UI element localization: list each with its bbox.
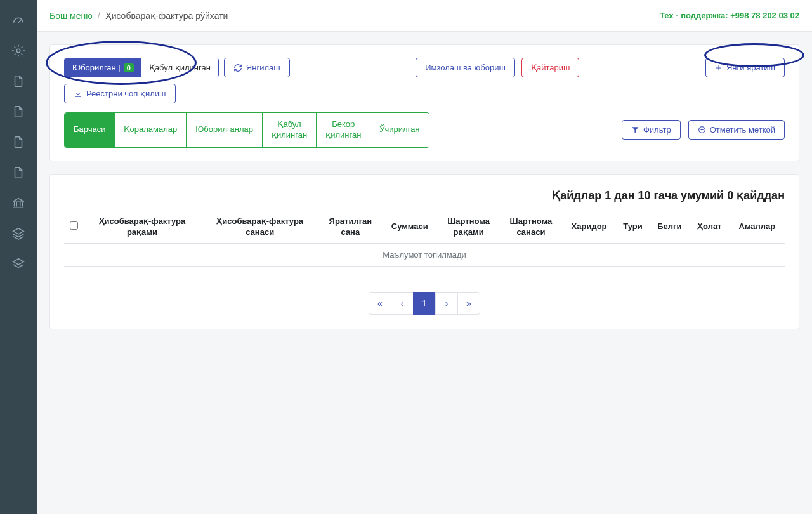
seg-sent[interactable]: Юборилган | 0 — [65, 58, 141, 77]
refresh-button[interactable]: Янгилаш — [224, 58, 290, 77]
support-phone: +998 78 202 03 02 — [730, 11, 799, 20]
main: Бош меню / Ҳисобварақ-фактура рўйхати Те… — [37, 0, 812, 514]
th-contract-date: Шартномасанаси — [500, 211, 562, 243]
sidebar-item-doc1[interactable] — [0, 66, 37, 96]
direction-segment: Юборилган | 0 Қабул қилинган — [64, 58, 219, 77]
th-invoice-date: Ҳисобварақ-фактурасанаси — [201, 211, 319, 243]
th-sum: Суммаси — [382, 211, 437, 243]
plus-icon — [715, 64, 723, 72]
document-icon — [11, 135, 25, 149]
sidebar-item-settings[interactable] — [0, 36, 37, 66]
filter-button[interactable]: Фильтр — [622, 120, 681, 140]
gauge-icon — [11, 13, 25, 27]
support-label: Тех - поддержка: — [660, 11, 728, 20]
records-info: Қайдлар 1 дан 10 гача умумий 0 қайддан — [64, 188, 785, 202]
page-1[interactable]: 1 — [413, 292, 436, 315]
badge-count: 0 — [124, 63, 134, 72]
status-tabs: Барчаси Қораламалар Юборилганлар Қабул қ… — [64, 112, 429, 148]
table-panel: Қайдлар 1 дан 10 гача умумий 0 қайддан Ҳ… — [49, 174, 799, 329]
refresh-icon — [233, 63, 242, 72]
th-actions: Амаллар — [730, 211, 785, 243]
topbar: Бош меню / Ҳисобварақ-фактура рўйхати Те… — [37, 0, 812, 32]
th-created: Яратилгансана — [319, 211, 382, 243]
th-checkbox — [64, 211, 83, 243]
layers-icon — [11, 257, 25, 271]
th-status: Ҳолат — [690, 211, 730, 243]
sidebar-item-dashboard[interactable] — [0, 5, 37, 36]
tab-sent[interactable]: Юборилганлар — [187, 113, 263, 147]
page-prev[interactable]: ‹ — [391, 292, 414, 315]
layers-icon — [11, 227, 25, 241]
th-invoice-num: Ҳисобварақ-фактурарақами — [83, 211, 201, 243]
bank-icon — [11, 196, 25, 210]
empty-message: Маълумот топилмади — [64, 243, 785, 266]
document-icon — [11, 105, 25, 119]
content: Юборилган | 0 Қабул қилинган Янгилаш — [37, 32, 812, 514]
document-icon — [11, 74, 25, 88]
tab-deleted[interactable]: Ўчирилган — [370, 113, 428, 147]
plus-circle-icon — [698, 126, 706, 134]
th-contract-num: Шартномарақами — [437, 211, 499, 243]
page-last[interactable]: » — [457, 292, 480, 315]
mark-button[interactable]: Отметить меткой — [688, 120, 785, 140]
sidebar-item-layers1[interactable] — [0, 218, 37, 249]
page-first[interactable]: « — [369, 292, 391, 315]
svg-point-0 — [16, 49, 20, 53]
sidebar-item-doc2[interactable] — [0, 96, 37, 127]
sign-button[interactable]: Имзолаш ва юбориш — [416, 58, 515, 77]
breadcrumb: Бош меню / Ҳисобварақ-фактура рўйхати — [49, 11, 228, 21]
tab-drafts[interactable]: Қораламалар — [115, 113, 187, 147]
th-type: Тури — [616, 211, 650, 243]
sidebar-item-bank[interactable] — [0, 188, 37, 218]
tab-cancelled[interactable]: Бекор қилинган — [317, 113, 370, 147]
toolbar-panel: Юборилган | 0 Қабул қилинган Янгилаш — [49, 44, 799, 161]
th-tag: Белги — [650, 211, 690, 243]
select-all-checkbox[interactable] — [70, 221, 78, 230]
breadcrumb-home[interactable]: Бош меню — [49, 11, 93, 21]
gear-icon — [11, 44, 25, 58]
download-icon — [74, 89, 82, 98]
print-button[interactable]: Реестрни чоп қилиш — [64, 84, 176, 103]
sidebar-item-doc4[interactable] — [0, 157, 37, 188]
sidebar — [0, 0, 37, 514]
return-button[interactable]: Қайтариш — [521, 58, 579, 77]
page-next[interactable]: › — [435, 292, 458, 315]
support-info: Тех - поддержка: +998 78 202 03 02 — [660, 11, 799, 20]
create-button[interactable]: Янги яратиш — [705, 58, 785, 77]
tab-accepted[interactable]: Қабул қилинган — [263, 113, 317, 147]
document-icon — [11, 166, 25, 180]
th-buyer: Харидор — [562, 211, 616, 243]
sidebar-item-layers2[interactable] — [0, 249, 37, 279]
filter-icon — [631, 126, 639, 134]
data-table: Ҳисобварақ-фактурарақами Ҳисобварақ-факт… — [64, 211, 785, 267]
breadcrumb-separator: / — [98, 11, 100, 21]
sidebar-item-doc3[interactable] — [0, 127, 37, 157]
tab-all[interactable]: Барчаси — [65, 113, 115, 147]
seg-received[interactable]: Қабул қилинган — [141, 58, 218, 77]
pagination: « ‹ 1 › » — [64, 292, 785, 315]
breadcrumb-current: Ҳисобварақ-фактура рўйхати — [105, 11, 228, 21]
